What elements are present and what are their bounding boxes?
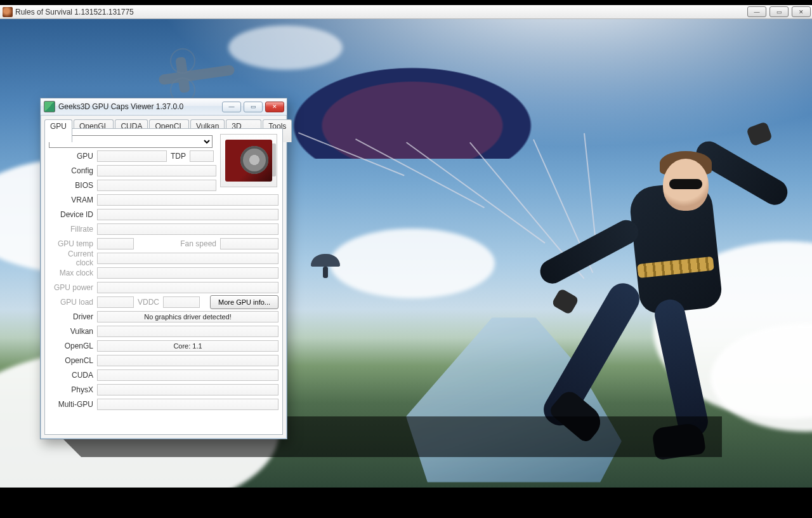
- maximize-button[interactable]: ▭: [769, 6, 789, 17]
- tool-window-title: Geeks3D GPU Caps Viewer 1.37.0.0: [58, 102, 183, 111]
- game-window-titlebar[interactable]: Rules of Survival 1.131521.131775 — ▭ ✕: [0, 5, 812, 19]
- game-app-icon: [3, 7, 13, 17]
- character-art: [558, 121, 774, 463]
- label-driver: Driver: [49, 312, 97, 321]
- tool-close-button[interactable]: ✕: [265, 102, 284, 112]
- field-vddc: [163, 296, 200, 308]
- label-gpu: GPU: [49, 152, 97, 161]
- field-gpu-load: [97, 296, 134, 308]
- field-gpu-power: [97, 282, 278, 293]
- field-gpu: [97, 150, 167, 162]
- tool-app-icon: [44, 101, 55, 112]
- tool-panel: GPU TDP Config BIOS VRAM Device ID Fillr…: [44, 128, 283, 435]
- label-opencl: OpenCL: [49, 356, 97, 365]
- label-vulkan: Vulkan: [49, 327, 97, 336]
- label-device-id: Device ID: [49, 210, 97, 219]
- field-opengl: Core: 1.1: [97, 340, 278, 352]
- field-device-id: [97, 209, 278, 220]
- gpu-caps-viewer-window[interactable]: Geeks3D GPU Caps Viewer 1.37.0.0 — ▭ ✕ G…: [40, 98, 287, 439]
- field-cuda: [97, 369, 278, 381]
- minimize-button[interactable]: —: [747, 6, 766, 17]
- field-current-clock: [97, 253, 278, 264]
- field-vulkan: [97, 326, 278, 337]
- field-driver: No graphics driver detected!: [97, 311, 278, 322]
- field-fillrate: [97, 223, 278, 235]
- field-gpu-temp: [97, 238, 134, 249]
- tool-titlebar[interactable]: Geeks3D GPU Caps Viewer 1.37.0.0 — ▭ ✕: [41, 98, 287, 116]
- label-gpu-power: GPU power: [49, 283, 97, 292]
- label-current-clock: Current clock: [49, 249, 97, 267]
- gpu-select[interactable]: [49, 135, 213, 148]
- label-max-clock: Max clock: [49, 269, 97, 277]
- tool-maximize-button[interactable]: ▭: [244, 102, 263, 112]
- label-fillrate: Fillrate: [49, 225, 97, 234]
- field-opencl: [97, 355, 278, 366]
- field-config: [97, 165, 216, 176]
- black-footer: [0, 488, 812, 518]
- tab-gpu[interactable]: GPU: [44, 119, 72, 142]
- field-physx: [97, 384, 278, 395]
- close-button[interactable]: ✕: [792, 6, 811, 17]
- field-max-clock: [97, 267, 278, 279]
- game-window-title: Rules of Survival 1.131521.131775: [15, 8, 134, 17]
- field-tdp: [190, 150, 214, 162]
- label-multi-gpu: Multi-GPU: [49, 400, 97, 409]
- more-gpu-info-button[interactable]: More GPU info...: [210, 295, 278, 309]
- label-gpu-temp: GPU temp: [49, 239, 97, 248]
- gpu-thumbnail: [220, 134, 277, 187]
- tool-minimize-button[interactable]: —: [222, 102, 241, 112]
- label-gpu-load: GPU load: [49, 298, 97, 307]
- label-vram: VRAM: [49, 196, 97, 204]
- label-tdp: TDP: [167, 152, 190, 161]
- field-fan-speed: [220, 238, 278, 249]
- label-physx: PhysX: [49, 385, 97, 394]
- field-multi-gpu: [97, 399, 278, 410]
- label-opengl: OpenGL: [49, 342, 97, 350]
- label-fan-speed: Fan speed: [176, 239, 220, 248]
- label-config: Config: [49, 166, 97, 175]
- field-vram: [97, 194, 278, 206]
- label-cuda: CUDA: [49, 371, 97, 380]
- label-vddc: VDDC: [134, 298, 163, 307]
- label-bios: BIOS: [49, 181, 97, 190]
- field-bios: [97, 180, 216, 191]
